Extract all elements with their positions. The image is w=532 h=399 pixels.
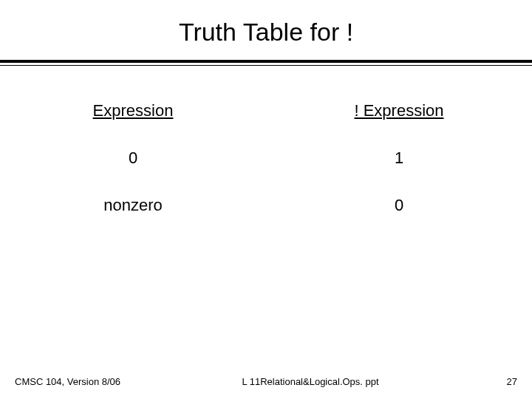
title-rule	[0, 60, 532, 66]
table-header-left: Expression	[0, 101, 266, 120]
rule-thick	[0, 60, 532, 63]
slide-title: Truth Table for !	[0, 0, 532, 60]
table-cell-left: nonzero	[0, 196, 266, 215]
table-row: nonzero 0	[0, 196, 532, 215]
slide: Truth Table for ! Expression ! Expressio…	[0, 0, 532, 399]
table-cell-right: 0	[266, 196, 532, 215]
content-area: Expression ! Expression 0 1 nonzero 0	[0, 66, 532, 215]
table-row: 0 1	[0, 149, 532, 168]
footer-filename: L 11Relational&Logical.Ops. ppt	[148, 376, 473, 387]
table-header-right: ! Expression	[266, 101, 532, 120]
table-cell-right: 1	[266, 149, 532, 168]
footer-course: CMSC 104, Version 8/06	[15, 376, 148, 387]
footer-page-number: 27	[473, 376, 517, 387]
table-cell-left: 0	[0, 149, 266, 168]
table-header-row: Expression ! Expression	[0, 101, 532, 120]
footer: CMSC 104, Version 8/06 L 11Relational&Lo…	[0, 376, 532, 387]
